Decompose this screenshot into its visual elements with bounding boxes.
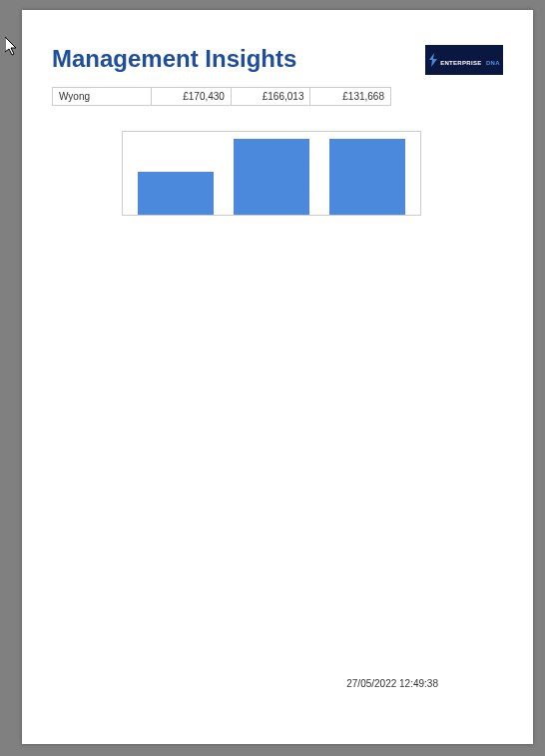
logo-bolt-icon bbox=[428, 53, 438, 67]
chart-bar bbox=[329, 139, 405, 215]
table-row-label: Wyong bbox=[53, 88, 152, 105]
table-cell-value: £166,013 bbox=[232, 88, 311, 105]
logo-text-accent: DNA bbox=[486, 60, 500, 66]
page-title: Management Insights bbox=[52, 45, 296, 73]
logo-text-main: ENTERPRISE bbox=[440, 60, 481, 66]
chart-bar bbox=[234, 139, 309, 215]
logo-text: ENTERPRISE DNA bbox=[440, 51, 500, 69]
cursor-icon bbox=[5, 37, 21, 57]
table-cell-value: £170,430 bbox=[152, 88, 232, 105]
logo: ENTERPRISE DNA bbox=[425, 45, 503, 75]
data-table: Wyong £170,430 £166,013 £131,668 bbox=[52, 87, 391, 106]
header: Management Insights ENTERPRISE DNA bbox=[52, 45, 503, 75]
footer-timestamp: 27/05/2022 12:49:38 bbox=[346, 678, 438, 689]
table-cell-value: £131,668 bbox=[310, 88, 390, 105]
document-page: Management Insights ENTERPRISE DNA Wyong… bbox=[22, 10, 533, 744]
bar-chart bbox=[122, 131, 421, 216]
chart-bar bbox=[138, 172, 214, 215]
